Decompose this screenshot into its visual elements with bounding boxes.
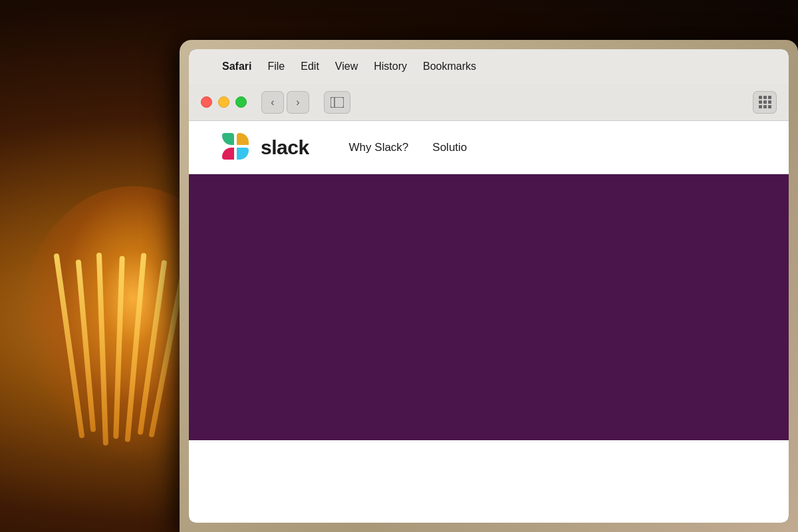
slack-logo[interactable]: slack bbox=[222, 133, 309, 162]
traffic-lights bbox=[201, 96, 247, 108]
browser-content: slack Why Slack? Solutio bbox=[189, 121, 789, 523]
slack-icon-seg-tr bbox=[237, 133, 249, 145]
laptop-frame: Safari File Edit View History Bookmarks … bbox=[180, 40, 798, 532]
filament-4 bbox=[113, 256, 125, 439]
back-button[interactable]: ‹ bbox=[261, 91, 284, 114]
slack-navbar: slack Why Slack? Solutio bbox=[189, 121, 789, 174]
slack-wordmark: slack bbox=[261, 136, 309, 159]
menu-item-bookmarks[interactable]: Bookmarks bbox=[415, 58, 484, 75]
nav-link-why-slack[interactable]: Why Slack? bbox=[349, 141, 409, 154]
menu-item-file[interactable]: File bbox=[259, 58, 293, 75]
filament-3 bbox=[96, 253, 108, 446]
maximize-button[interactable] bbox=[235, 96, 247, 108]
forward-button[interactable]: › bbox=[287, 91, 309, 114]
macos-menubar: Safari File Edit View History Bookmarks bbox=[189, 49, 789, 84]
slack-hero-section bbox=[189, 174, 789, 440]
grid-icon bbox=[759, 96, 771, 108]
minimize-button[interactable] bbox=[218, 96, 229, 108]
screen-bezel: Safari File Edit View History Bookmarks … bbox=[189, 49, 789, 523]
nav-buttons: ‹ › bbox=[261, 91, 309, 114]
forward-icon: › bbox=[296, 96, 299, 108]
lamp-filaments bbox=[53, 253, 186, 452]
menu-item-edit[interactable]: Edit bbox=[293, 58, 327, 75]
sidebar-toggle-button[interactable] bbox=[324, 91, 350, 114]
menu-item-history[interactable]: History bbox=[366, 58, 415, 75]
slack-logo-icon bbox=[222, 133, 251, 162]
menu-item-view[interactable]: View bbox=[327, 58, 366, 75]
back-icon: ‹ bbox=[271, 96, 274, 108]
nav-link-solutions[interactable]: Solutio bbox=[432, 141, 467, 154]
close-button[interactable] bbox=[201, 96, 212, 108]
safari-toolbar: ‹ › bbox=[189, 84, 789, 121]
slack-nav-links: Why Slack? Solutio bbox=[349, 141, 467, 154]
grid-view-button[interactable] bbox=[753, 91, 777, 114]
slack-icon-seg-br bbox=[237, 148, 249, 160]
slack-icon-seg-bl bbox=[222, 148, 234, 160]
svg-rect-0 bbox=[331, 97, 344, 108]
sidebar-icon bbox=[331, 97, 344, 108]
slack-icon-seg-tl bbox=[222, 133, 234, 145]
menu-item-safari[interactable]: Safari bbox=[214, 58, 259, 75]
